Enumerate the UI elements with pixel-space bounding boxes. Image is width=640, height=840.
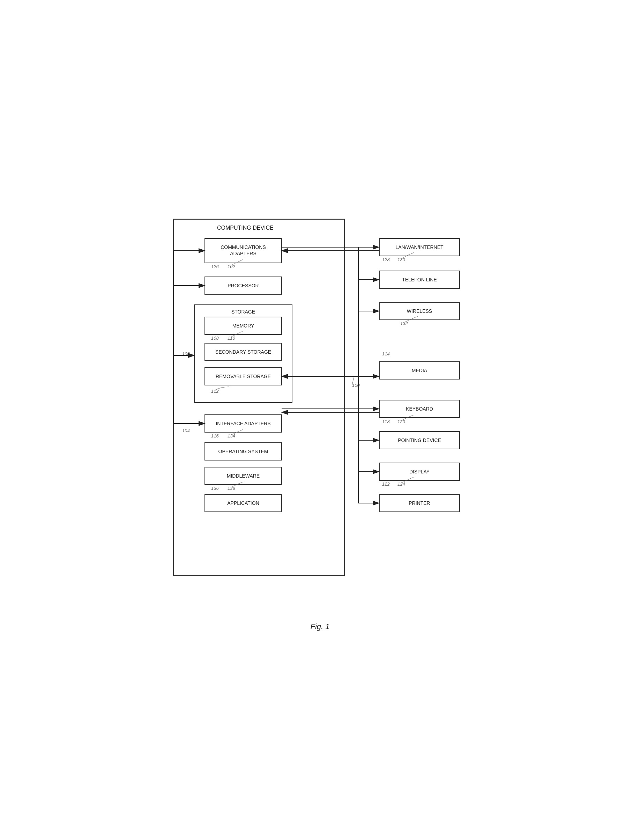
processor-label: PROCESSOR bbox=[227, 283, 259, 289]
pointing-device-label: POINTING DEVICE bbox=[398, 438, 441, 443]
wireless-label: WIRELESS bbox=[407, 308, 432, 314]
diagram-svg: COMPUTING DEVICE COMMUNICATIONS ADAPTERS… bbox=[163, 209, 477, 610]
interface-adapters-label: INTERFACE ADAPTERS bbox=[216, 421, 270, 426]
os-label: OPERATING SYSTEM bbox=[218, 449, 268, 454]
label-102-line bbox=[231, 260, 243, 265]
label-108: 108 bbox=[211, 335, 219, 341]
removable-storage-label: REMOVABLE STORAGE bbox=[216, 374, 271, 379]
fig-label: Fig. 1 bbox=[310, 622, 330, 631]
label-130: 130 bbox=[397, 257, 405, 262]
keyboard-label: KEYBOARD bbox=[406, 406, 433, 412]
computing-device-label: COMPUTING DEVICE bbox=[217, 225, 274, 231]
secondary-storage-label: SECONDARY STORAGE bbox=[215, 349, 271, 355]
comm-adapters-label1: COMMUNICATIONS bbox=[221, 244, 266, 250]
label-102: 102 bbox=[227, 264, 235, 269]
storage-label: STORAGE bbox=[231, 309, 255, 314]
label-138: 138 bbox=[227, 486, 235, 491]
label-112: 112 bbox=[211, 389, 219, 394]
label-104: 104 bbox=[182, 428, 190, 433]
diagram-area: COMPUTING DEVICE COMMUNICATIONS ADAPTERS… bbox=[163, 209, 477, 612]
computing-device-box bbox=[173, 219, 344, 575]
label-118: 118 bbox=[382, 419, 390, 424]
label-126: 126 bbox=[211, 264, 219, 269]
printer-label: PRINTER bbox=[409, 500, 430, 506]
page-container: COMPUTING DEVICE COMMUNICATIONS ADAPTERS… bbox=[163, 209, 477, 631]
comm-adapters-label2: ADAPTERS bbox=[230, 251, 256, 256]
label-124: 124 bbox=[397, 481, 405, 487]
memory-label: MEMORY bbox=[232, 323, 254, 329]
display-label: DISPLAY bbox=[410, 469, 430, 475]
telefon-label: TELEFON LINE bbox=[402, 277, 437, 282]
label-114: 114 bbox=[382, 351, 390, 356]
label-122: 122 bbox=[382, 481, 390, 487]
label-110: 110 bbox=[227, 335, 235, 341]
label-134: 134 bbox=[227, 433, 235, 439]
media-label: MEDIA bbox=[412, 368, 427, 373]
middleware-label: MIDDLEWARE bbox=[227, 473, 260, 479]
label-100: 100 bbox=[352, 383, 360, 388]
label-132: 132 bbox=[400, 321, 408, 326]
label-136: 136 bbox=[211, 486, 219, 491]
label-110-line bbox=[231, 331, 243, 337]
application-label: APPLICATION bbox=[227, 500, 259, 506]
label-116: 116 bbox=[211, 433, 219, 439]
label-128: 128 bbox=[382, 257, 390, 262]
lan-wan-label: LAN/WAN/INTERNET bbox=[395, 244, 443, 250]
label-120: 120 bbox=[397, 419, 405, 424]
